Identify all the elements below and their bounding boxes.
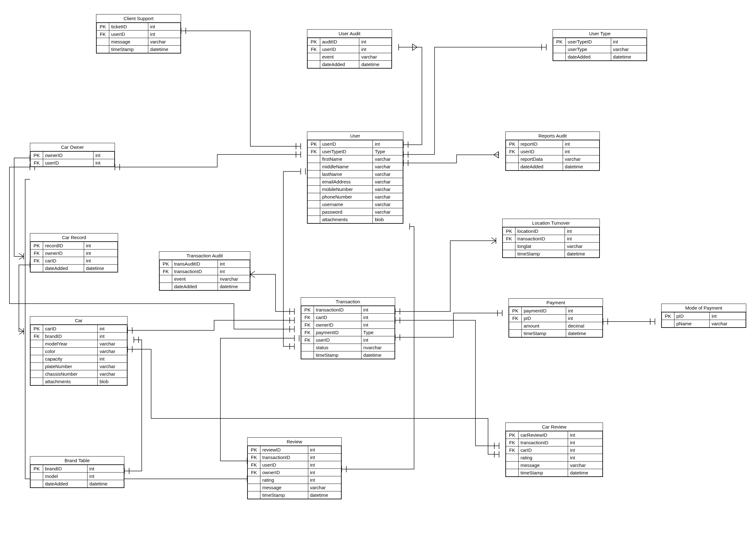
- column-key: FK: [31, 250, 43, 257]
- column-type: int: [148, 23, 181, 31]
- entity-payment: PaymentPKpaymentIDintFKpIDintamountdecim…: [509, 298, 603, 338]
- column-type: int: [563, 140, 599, 148]
- column-name: amount: [522, 322, 566, 330]
- table-row: FKpIDint: [509, 315, 603, 322]
- column-key: [31, 355, 43, 363]
- entity-title: Transaction: [301, 298, 395, 306]
- column-type: varchar: [373, 171, 403, 178]
- column-type: datetime: [611, 53, 646, 61]
- table-row: amountdecimal: [509, 322, 603, 330]
- column-name: userID: [109, 31, 148, 38]
- column-name: ownerID: [314, 321, 361, 329]
- entity-user-audit: User AuditPKauditIDintFKuserIDinteventva…: [307, 29, 392, 69]
- column-key: [503, 243, 515, 250]
- column-key: PK: [553, 38, 566, 46]
- column-type: int: [361, 336, 395, 344]
- column-key: [31, 473, 43, 480]
- column-type: varchar: [611, 46, 646, 53]
- table-row: PKcarReviewIDint: [506, 431, 603, 439]
- column-type: datetime: [148, 46, 181, 53]
- entity-title: User Type: [553, 30, 647, 38]
- column-key: [308, 216, 320, 223]
- column-key: [308, 156, 320, 163]
- column-name: userType: [566, 46, 611, 53]
- table-row: dateAddeddatetime: [31, 480, 124, 488]
- entity-review: ReviewPKreviewIDintFKtransactionIDintFKu…: [247, 437, 342, 499]
- entity-transaction: TransactionPKtransactionIDintFKcarIDintF…: [301, 297, 395, 359]
- column-name: timeStamp: [109, 46, 148, 53]
- column-type: datetime: [565, 250, 599, 258]
- entity-columns: PKpIDintpNamevarchar: [662, 312, 746, 328]
- entity-columns: PKcarIDintFKbrandIDintmodelYearvarcharco…: [30, 325, 127, 385]
- column-type: varchar: [373, 156, 403, 163]
- column-key: [662, 320, 674, 328]
- column-key: [248, 492, 261, 499]
- entity-columns: PKtransactionIDintFKcarIDintFKownerIDint…: [301, 306, 395, 359]
- column-type: varchar: [97, 340, 127, 348]
- column-name: userTypeID: [566, 38, 611, 46]
- column-type: int: [308, 469, 341, 476]
- table-row: FKownerIDint: [248, 469, 341, 476]
- column-name: reportData: [519, 156, 563, 163]
- column-type: int: [361, 321, 395, 329]
- column-name: userTypeID: [320, 148, 373, 156]
- entity-title: Payment: [509, 299, 603, 307]
- column-key: PK: [301, 306, 314, 314]
- column-type: varchar: [373, 178, 403, 186]
- column-type: datetime: [87, 480, 124, 488]
- column-name: carID: [314, 314, 361, 321]
- table-row: passwordvarchar: [308, 208, 403, 216]
- table-row: lastNamevarchar: [308, 171, 403, 178]
- column-key: FK: [248, 469, 261, 476]
- table-row: userTypevarchar: [553, 46, 647, 53]
- entity-title: Car: [30, 316, 127, 325]
- column-name: carID: [43, 257, 84, 265]
- column-key: FK: [506, 439, 519, 446]
- column-key: FK: [31, 159, 43, 167]
- column-name: carReviewID: [519, 431, 568, 439]
- column-type: int: [148, 31, 181, 38]
- entity-columns: PKcarReviewIDintFKtransactionIDintFKcarI…: [506, 431, 603, 477]
- column-type: int: [308, 461, 341, 469]
- column-key: [308, 186, 320, 193]
- column-key: PK: [160, 260, 172, 268]
- column-key: [506, 462, 519, 469]
- column-key: [160, 283, 172, 290]
- table-row: FKcarIDint: [506, 446, 603, 454]
- table-row: modelYearvarchar: [31, 340, 127, 348]
- column-key: FK: [506, 148, 519, 156]
- column-name: userID: [320, 46, 359, 53]
- table-row: statusnvarchar: [301, 344, 395, 351]
- column-name: modelYear: [43, 340, 97, 348]
- column-type: blob: [373, 216, 403, 223]
- table-row: FKuserIDint: [308, 46, 392, 53]
- column-name: reviewID: [261, 446, 308, 454]
- column-type: int: [308, 454, 341, 461]
- entity-columns: PKauditIDintFKuserIDinteventvarchardateA…: [307, 38, 392, 68]
- column-key: FK: [248, 454, 261, 461]
- column-key: [308, 193, 320, 201]
- column-type: datetime: [217, 283, 250, 290]
- table-row: PKownerIDint: [31, 152, 115, 159]
- column-type: int: [359, 38, 392, 46]
- entity-title: Car Owner: [30, 143, 115, 151]
- column-type: int: [84, 250, 117, 257]
- column-name: emailAddress: [320, 178, 373, 186]
- table-row: FKuserIDint: [301, 336, 395, 344]
- table-row: dateAddeddatetime: [506, 163, 599, 171]
- column-key: [31, 340, 43, 348]
- column-type: int: [566, 315, 602, 322]
- table-row: eventvarchar: [308, 53, 392, 61]
- column-name: auditID: [320, 38, 359, 46]
- entity-title: User: [307, 132, 403, 140]
- table-row: timeStampdatetime: [509, 330, 603, 337]
- column-type: int: [87, 465, 124, 473]
- table-row: timeStampdatetime: [301, 351, 395, 359]
- table-row: FKtransactionIDint: [503, 235, 599, 243]
- column-key: PK: [31, 465, 43, 473]
- table-row: timeStampdatetime: [506, 469, 603, 477]
- table-row: PKcarIDint: [31, 325, 127, 333]
- column-key: [506, 454, 519, 462]
- column-type: int: [709, 312, 746, 320]
- entity-columns: PKrecordIDintFKownerIDintFKcarIDintdateA…: [30, 242, 118, 272]
